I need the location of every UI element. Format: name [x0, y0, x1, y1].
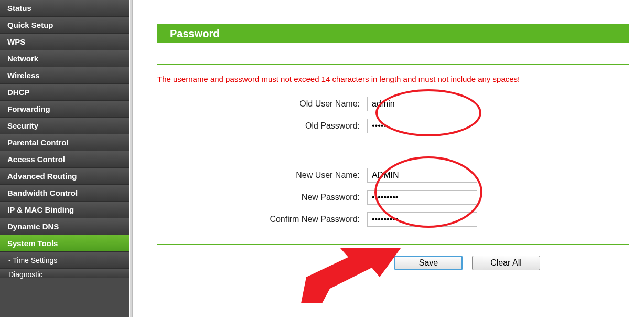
sidebar-item-label: Security	[7, 121, 38, 130]
clear-all-button[interactable]: Clear All	[472, 256, 540, 270]
row-old-username: Old User Name:	[157, 93, 629, 115]
sidebar-item-ip-mac-binding[interactable]: IP & MAC Binding	[0, 202, 129, 218]
label-old-password: Old Password:	[157, 121, 367, 131]
sidebar-item-security[interactable]: Security	[0, 118, 129, 134]
sidebar-item-dynamic-dns[interactable]: Dynamic DNS	[0, 218, 129, 235]
sidebar-item-diagnostic[interactable]: Diagnostic	[0, 269, 129, 278]
button-row: Save Clear All	[157, 256, 629, 270]
sidebar-item-label: Quick Setup	[7, 20, 53, 29]
sidebar-item-forwarding[interactable]: Forwarding	[0, 101, 129, 118]
sidebar-item-wps[interactable]: WPS	[0, 34, 129, 50]
row-new-username: New User Name:	[157, 164, 629, 186]
sidebar-item-wireless[interactable]: Wireless	[0, 67, 129, 84]
row-confirm-password: Confirm New Password:	[157, 208, 629, 230]
sidebar-item-label: Advanced Routing	[7, 172, 77, 181]
sidebar-item-label: Bandwidth Control	[7, 188, 78, 197]
warning-text: The username and password must not excee…	[157, 75, 629, 83]
label-new-username: New User Name:	[157, 171, 367, 180]
sidebar: Status Quick Setup WPS Network Wireless …	[0, 0, 129, 317]
save-button[interactable]: Save	[394, 256, 463, 270]
page-title: Password	[170, 28, 219, 40]
confirm-password-input[interactable]	[367, 212, 477, 227]
label-new-password: New Password:	[157, 193, 367, 202]
sidebar-item-dhcp[interactable]: DHCP	[0, 84, 129, 101]
row-old-password: Old Password:	[157, 115, 629, 137]
sidebar-item-label: Dynamic DNS	[7, 222, 59, 231]
main-content: Password The username and password must …	[157, 0, 629, 270]
old-password-input[interactable]	[367, 119, 477, 133]
sidebar-item-status[interactable]: Status	[0, 0, 129, 17]
sidebar-item-label: IP & MAC Binding	[7, 205, 74, 214]
sidebar-item-label: Access Control	[7, 155, 65, 164]
sidebar-item-network[interactable]: Network	[0, 50, 129, 67]
sidebar-item-parental-control[interactable]: Parental Control	[0, 134, 129, 151]
sidebar-item-label: - Time Settings	[8, 256, 57, 265]
sidebar-item-label: Parental Control	[7, 138, 69, 147]
sidebar-item-system-tools[interactable]: System Tools	[0, 235, 129, 252]
sidebar-item-label: Forwarding	[7, 104, 50, 113]
label-old-username: Old User Name:	[157, 99, 367, 109]
sidebar-item-access-control[interactable]: Access Control	[0, 151, 129, 168]
sidebar-item-label: Diagnostic	[8, 270, 42, 279]
divider-top	[157, 64, 629, 65]
sidebar-item-label: System Tools	[7, 239, 58, 248]
old-username-input[interactable]	[367, 97, 477, 111]
sidebar-item-label: Wireless	[7, 71, 40, 80]
label-confirm-password: Confirm New Password:	[157, 215, 367, 224]
sidebar-item-label: WPS	[7, 37, 25, 46]
new-password-input[interactable]	[367, 190, 477, 205]
sidebar-item-time-settings[interactable]: - Time Settings	[0, 252, 129, 269]
row-new-password: New Password:	[157, 186, 629, 208]
sidebar-item-label: DHCP	[7, 88, 30, 97]
vertical-divider	[130, 0, 133, 317]
sidebar-item-label: Status	[7, 4, 31, 13]
sidebar-item-advanced-routing[interactable]: Advanced Routing	[0, 168, 129, 185]
sidebar-item-quick-setup[interactable]: Quick Setup	[0, 17, 129, 34]
page-title-bar: Password	[157, 24, 629, 43]
sidebar-item-bandwidth-control[interactable]: Bandwidth Control	[0, 185, 129, 202]
sidebar-item-label: Network	[7, 54, 38, 63]
new-username-input[interactable]	[367, 168, 477, 183]
divider-bottom	[157, 244, 629, 245]
